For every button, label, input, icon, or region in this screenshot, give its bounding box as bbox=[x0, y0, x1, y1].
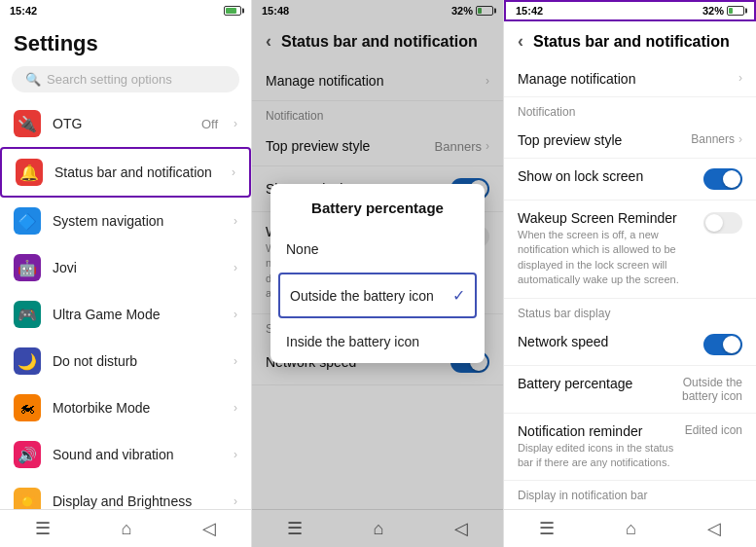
right-content: Manage notification › Notification Top p… bbox=[504, 61, 756, 509]
menu-item-ultra-game[interactable]: 🎮 Ultra Game Mode › bbox=[0, 291, 251, 338]
right-panel: 15:42 32% ‹ Status bar and notification … bbox=[504, 0, 756, 547]
popup-item-inside[interactable]: Inside the battery icon bbox=[270, 320, 485, 363]
right-show-lock-toggle[interactable] bbox=[703, 168, 742, 190]
right-network-speed[interactable]: Network speed bbox=[504, 324, 756, 366]
display-label: Display and Brightness bbox=[53, 493, 218, 509]
battery-icon bbox=[224, 6, 241, 16]
sound-chevron: › bbox=[234, 448, 237, 461]
otg-icon: 🔌 bbox=[14, 110, 41, 137]
popup-item-none[interactable]: None bbox=[270, 228, 485, 271]
right-battery-pct: 32% bbox=[702, 5, 724, 17]
jovi-icon: 🤖 bbox=[14, 254, 41, 281]
ultra-game-chevron: › bbox=[234, 308, 237, 321]
popup-title: Battery percentage bbox=[270, 184, 485, 228]
right-battery-fill bbox=[729, 8, 733, 14]
menu-list: 🔌 OTG Off › 🔔 Status bar and notificatio… bbox=[0, 100, 251, 509]
right-notif-reminder-value: Edited icon bbox=[685, 423, 742, 437]
right-status-bar: 15:42 32% bbox=[504, 0, 756, 21]
menu-item-jovi[interactable]: 🤖 Jovi › bbox=[0, 244, 251, 291]
sound-icon: 🔊 bbox=[14, 441, 41, 468]
right-header-title: Status bar and notification bbox=[533, 33, 730, 51]
right-manage-notification[interactable]: Manage notification › bbox=[504, 61, 756, 97]
search-bar[interactable]: 🔍 Search setting options bbox=[12, 66, 239, 92]
menu-item-motorbike[interactable]: 🏍 Motorbike Mode › bbox=[0, 384, 251, 431]
motorbike-icon: 🏍 bbox=[14, 394, 41, 421]
otg-value: Off bbox=[201, 117, 218, 131]
right-network-speed-knob bbox=[723, 336, 740, 353]
otg-chevron: › bbox=[234, 117, 237, 130]
left-battery bbox=[224, 6, 241, 16]
right-show-lock[interactable]: Show on lock screen bbox=[504, 159, 756, 201]
right-menu-btn[interactable]: ☰ bbox=[539, 518, 555, 539]
middle-panel: 15:48 32% ‹ Status bar and notification … bbox=[252, 0, 504, 547]
right-wakeup-title: Wakeup Screen Reminder bbox=[518, 210, 703, 226]
menu-item-dnd[interactable]: 🌙 Do not disturb › bbox=[0, 338, 251, 384]
right-notif-reminder-sub: Display edited icons in the status bar i… bbox=[518, 441, 685, 471]
menu-icon-btn[interactable]: ☰ bbox=[35, 518, 51, 539]
right-home-btn[interactable]: ⌂ bbox=[626, 519, 636, 539]
right-header: ‹ Status bar and notification bbox=[504, 21, 756, 61]
right-top-preview-value: Banners bbox=[691, 132, 735, 146]
motorbike-label: Motorbike Mode bbox=[53, 400, 218, 416]
right-top-preview[interactable]: Top preview style Banners › bbox=[504, 123, 756, 159]
settings-title: Settings bbox=[0, 21, 251, 62]
right-battery-icon bbox=[727, 6, 744, 16]
ultra-game-icon: 🎮 bbox=[14, 301, 41, 328]
right-notification-label: Notification bbox=[504, 97, 756, 123]
popup-overlay: Battery percentage None Outside the batt… bbox=[252, 0, 503, 547]
display-icon: ☀️ bbox=[14, 488, 41, 509]
right-top-preview-title: Top preview style bbox=[518, 132, 691, 148]
search-placeholder: Search setting options bbox=[47, 72, 172, 87]
right-top-preview-chevron: › bbox=[738, 132, 742, 146]
system-nav-icon: 🔷 bbox=[14, 207, 41, 235]
ultra-game-label: Ultra Game Mode bbox=[53, 307, 218, 322]
right-show-lock-knob bbox=[723, 170, 740, 188]
dnd-chevron: › bbox=[234, 354, 237, 368]
left-time: 15:42 bbox=[10, 5, 37, 17]
otg-label: OTG bbox=[53, 116, 190, 131]
home-icon-btn[interactable]: ⌂ bbox=[122, 519, 132, 539]
status-bar-label: Status bar and notification bbox=[54, 164, 216, 180]
status-bar-chevron: › bbox=[232, 165, 235, 179]
right-network-speed-toggle[interactable] bbox=[703, 334, 742, 355]
popup-none-label: None bbox=[286, 241, 318, 257]
popup-item-outside[interactable]: Outside the battery icon ✓ bbox=[278, 273, 477, 318]
status-bar-icon: 🔔 bbox=[16, 159, 43, 186]
right-manage-chevron: › bbox=[738, 71, 742, 85]
back-icon-btn[interactable]: ◁ bbox=[202, 518, 216, 539]
menu-item-status-bar[interactable]: 🔔 Status bar and notification › bbox=[0, 147, 251, 198]
popup-inside-label: Inside the battery icon bbox=[286, 334, 419, 349]
left-status-icons bbox=[224, 6, 241, 16]
battery-fill bbox=[226, 8, 236, 14]
jovi-label: Jovi bbox=[53, 260, 218, 275]
right-wakeup[interactable]: Wakeup Screen Reminder When the screen i… bbox=[504, 201, 756, 299]
right-battery-pct-value: Outside the battery icon bbox=[655, 376, 742, 403]
right-battery-pct-title: Battery percentage bbox=[518, 376, 655, 391]
menu-item-system-nav[interactable]: 🔷 System navigation › bbox=[0, 198, 251, 244]
right-back-icon[interactable]: ◁ bbox=[707, 518, 721, 539]
left-status-bar: 15:42 bbox=[0, 0, 251, 21]
jovi-chevron: › bbox=[234, 261, 237, 274]
left-panel: 15:42 Settings 🔍 Search setting options … bbox=[0, 0, 252, 547]
left-bottom-nav: ☰ ⌂ ◁ bbox=[0, 509, 251, 547]
right-display-notif-label: Display in notification bar bbox=[504, 481, 756, 506]
search-icon: 🔍 bbox=[25, 72, 41, 87]
right-time: 15:42 bbox=[516, 5, 543, 17]
right-notification-reminder[interactable]: Notification reminder Display edited ico… bbox=[504, 414, 756, 482]
system-nav-chevron: › bbox=[234, 214, 237, 228]
menu-item-display[interactable]: ☀️ Display and Brightness › bbox=[0, 478, 251, 509]
right-wakeup-knob bbox=[705, 214, 723, 232]
popup-outside-label: Outside the battery icon bbox=[290, 288, 434, 304]
dnd-icon: 🌙 bbox=[14, 347, 41, 375]
right-battery-pct-item[interactable]: Battery percentage Outside the battery i… bbox=[504, 366, 756, 414]
battery-percentage-popup: Battery percentage None Outside the batt… bbox=[270, 184, 485, 363]
menu-item-otg[interactable]: 🔌 OTG Off › bbox=[0, 100, 251, 147]
right-status-bar-label: Status bar display bbox=[504, 299, 756, 324]
right-network-speed-title: Network speed bbox=[518, 334, 703, 349]
menu-item-sound[interactable]: 🔊 Sound and vibration › bbox=[0, 431, 251, 478]
right-wakeup-toggle[interactable] bbox=[703, 212, 742, 234]
right-wakeup-sub: When the screen is off, a new notificati… bbox=[518, 228, 703, 288]
sound-label: Sound and vibration bbox=[53, 447, 218, 462]
popup-outside-check: ✓ bbox=[452, 286, 465, 305]
right-back-btn[interactable]: ‹ bbox=[518, 31, 523, 52]
